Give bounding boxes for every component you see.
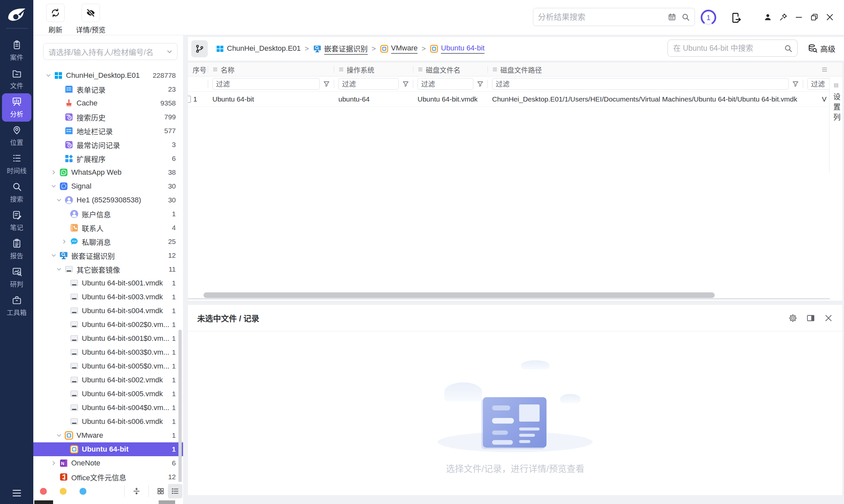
tree-expand-chevron-icon[interactable] (61, 349, 70, 356)
tree-node[interactable]: 私聊消息 25 (33, 235, 183, 249)
export-button[interactable] (730, 12, 742, 24)
tree-node[interactable]: Ubuntu 64-bit-s001.vmdk 1 (33, 276, 183, 290)
evidence-filter-select[interactable]: 请选择/输入持有人/检材编号/名 (43, 43, 177, 60)
tree-node[interactable]: VMware 1 (33, 429, 183, 443)
table-column-header[interactable]: 序号 (188, 62, 208, 76)
tree-node[interactable]: OneNote 6 (33, 456, 183, 470)
tree-expand-chevron-icon[interactable] (51, 460, 59, 466)
table-column-header[interactable]: 磁盘文件名 (413, 62, 488, 76)
breadcrumb-item[interactable]: VMware (380, 44, 426, 54)
sidebar-nav-item[interactable]: 笔记 (2, 207, 31, 235)
tree-node[interactable]: 搜索历史 799 (33, 110, 183, 124)
tree-node[interactable]: Ubuntu 64-bit-s002$0.vm... 1 (33, 318, 183, 331)
calendar-icon[interactable] (668, 13, 676, 21)
column-settings-tab[interactable]: 设置列 (829, 77, 842, 173)
tree-node[interactable]: Cache 9358 (33, 96, 183, 110)
funnel-icon[interactable] (792, 80, 799, 88)
tree-node[interactable]: 嵌套证据识别 12 (33, 249, 183, 263)
minimize-button[interactable] (794, 12, 804, 22)
preview-settings-button[interactable] (788, 313, 797, 323)
tree-expand-chevron-icon[interactable] (56, 128, 64, 134)
tree-expand-chevron-icon[interactable] (61, 446, 70, 453)
global-search-input[interactable] (538, 13, 663, 22)
table-row[interactable]: 1 Ubuntu 64-bit ubuntu-64 Ubuntu 64-bit.… (188, 92, 842, 107)
tree-node[interactable]: 账户信息 1 (33, 207, 183, 221)
tree-node[interactable]: 扩展程序 6 (33, 151, 183, 165)
tree-node[interactable]: 其它嵌套镜像 11 (33, 263, 183, 276)
breadcrumb-item[interactable]: ChunHei_Desktop.E01 (216, 44, 309, 53)
sidebar-nav-item[interactable]: 研判 (2, 263, 31, 292)
close-button[interactable] (825, 12, 835, 22)
detail-preview-button[interactable]: 详情/预览 (76, 4, 106, 34)
user-button[interactable] (763, 12, 773, 22)
tree-node[interactable]: WhatsApp Web 38 (33, 165, 183, 179)
tree-node[interactable]: Ubuntu 64-bit-s004.vmdk 1 (33, 304, 183, 318)
tree-expand-chevron-icon[interactable] (61, 224, 70, 231)
sidebar-nav-item[interactable]: 工具箱 (2, 292, 31, 320)
filter-input-os[interactable] (338, 78, 399, 90)
tree-expand-chevron-icon[interactable] (61, 321, 70, 328)
tree-node[interactable]: Ubuntu 64-bit-s004$0.vm... 1 (33, 401, 183, 415)
table-column-header[interactable]: 名称 (208, 62, 334, 76)
tree-expand-chevron-icon[interactable] (51, 169, 59, 176)
tree-node[interactable]: Ubuntu 64-bit-s005.vmdk 1 (33, 387, 183, 401)
tree-expand-chevron-icon[interactable] (61, 238, 70, 245)
filter-input-name[interactable] (212, 78, 320, 90)
breadcrumb-item[interactable]: Ubuntu 64-bit (430, 44, 485, 54)
funnel-icon[interactable] (476, 80, 484, 88)
tree-expand-chevron-icon[interactable] (51, 252, 59, 259)
list-view-button[interactable] (168, 484, 182, 499)
tree-node[interactable]: Ubuntu 64-bit 1 (33, 443, 183, 456)
tree-node[interactable]: 表单记录 23 (33, 83, 183, 96)
tree-expand-chevron-icon[interactable] (45, 72, 54, 79)
hscroll-thumb[interactable] (204, 292, 715, 298)
tree-expand-chevron-icon[interactable] (56, 114, 64, 120)
tree-scrollbar[interactable] (178, 330, 182, 484)
scoped-search-input[interactable] (673, 44, 784, 53)
tree-expand-chevron-icon[interactable] (56, 100, 64, 106)
tree-node[interactable]: Ubuntu 64-bit-s006.vmdk 1 (33, 415, 183, 429)
tree-node[interactable]: Signal 30 (33, 179, 183, 193)
tree-expand-chevron-icon[interactable] (61, 280, 70, 286)
preview-layout-button[interactable] (806, 313, 815, 323)
search-icon[interactable] (681, 13, 690, 21)
tree-expand-chevron-icon[interactable] (56, 141, 64, 148)
tree-expand-chevron-icon[interactable] (61, 308, 70, 314)
sidebar-menu-button[interactable] (0, 487, 33, 499)
tree-node[interactable]: Ubuntu 64-bit-s005$0.vm... 1 (33, 359, 183, 373)
tree-expand-chevron-icon[interactable] (56, 432, 64, 439)
tree-expand-chevron-icon[interactable] (61, 377, 70, 383)
tree-node[interactable]: Ubuntu 64-bit-s003$0.vm... 1 (33, 345, 183, 359)
tree-expand-chevron-icon[interactable] (51, 474, 59, 480)
sidebar-nav-item[interactable]: 案件 (2, 37, 31, 65)
breadcrumb-item[interactable]: 嵌套证据识别 (313, 43, 376, 55)
tree-node[interactable]: 最常访问记录 3 (33, 138, 183, 151)
tree-node[interactable]: Ubuntu 64-bit-s002.vmdk 1 (33, 373, 183, 387)
table-column-header[interactable]: 磁盘文件路径 (488, 62, 803, 76)
tree-node[interactable]: 地址栏记录 577 (33, 124, 183, 138)
sidebar-nav-item[interactable]: 位置 (2, 122, 31, 150)
tree-expand-chevron-icon[interactable] (56, 197, 64, 203)
sidebar-nav-item[interactable]: 报告 (2, 235, 31, 263)
tree-node[interactable]: He1 (85259308538) 30 (33, 193, 183, 207)
search-icon[interactable] (784, 44, 793, 53)
advanced-search-button[interactable]: 高级 (808, 43, 836, 54)
tree-map-button[interactable] (191, 40, 208, 57)
tree-expand-chevron-icon[interactable] (61, 404, 70, 411)
legend-dot-red[interactable] (40, 488, 47, 495)
tree-node[interactable]: Ubuntu 64-bit-s001$0.vm... 1 (33, 331, 183, 345)
tree-expand-chevron-icon[interactable] (61, 391, 70, 397)
tree-node[interactable]: 联系人 4 (33, 221, 183, 235)
legend-dot-yellow[interactable] (60, 488, 67, 495)
tree-expand-chevron-icon[interactable] (56, 155, 64, 162)
tree-expand-chevron-icon[interactable] (61, 294, 70, 300)
tree-expand-chevron-icon[interactable] (61, 211, 70, 217)
refresh-button[interactable]: 刷新 (46, 4, 65, 34)
tree-node[interactable]: Ubuntu 64-bit-s003.vmdk 1 (33, 290, 183, 304)
funnel-icon[interactable] (402, 80, 410, 88)
tree-expand-chevron-icon[interactable] (61, 418, 70, 425)
sidebar-nav-item[interactable]: 搜索 (2, 178, 31, 207)
preview-close-button[interactable] (824, 313, 833, 323)
sidebar-nav-item[interactable]: 文件 (2, 65, 31, 93)
sidebar-nav-item[interactable]: 时间线 (2, 150, 31, 178)
